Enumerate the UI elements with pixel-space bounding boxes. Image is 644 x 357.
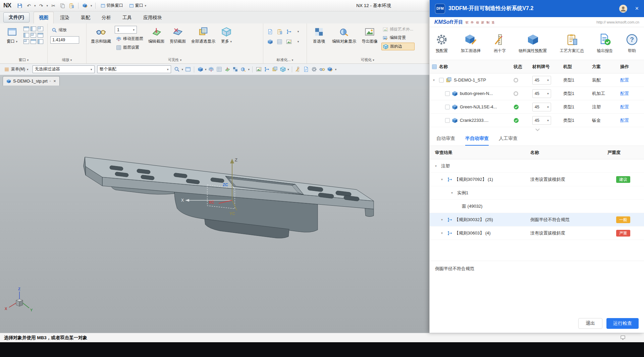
material-property-preconfig-button[interactable]: 物料属性预配置 <box>519 34 547 54</box>
row-checkbox[interactable] <box>445 91 450 96</box>
tool-icon[interactable] <box>197 66 204 73</box>
cut-icon[interactable]: ✂ <box>50 2 57 9</box>
copy-icon[interactable] <box>59 2 66 9</box>
configure-link[interactable]: 配置 <box>620 77 629 83</box>
panel-toggle-icon[interactable] <box>620 335 626 341</box>
tab-assembly[interactable]: 装配 <box>76 12 95 23</box>
table-collapse-handle[interactable] <box>430 127 644 132</box>
tool-icon[interactable] <box>240 66 247 73</box>
move-to-layer-button[interactable]: 移动至图层 <box>115 35 145 42</box>
row-checkbox[interactable] <box>439 78 444 83</box>
group-label-zoom[interactable]: 缩放 ▾ <box>48 57 86 62</box>
clip-section-button[interactable]: 剪切截面 <box>168 25 187 46</box>
part-row[interactable]: Green-NJL1SE-4... 45▾ 类型1 注塑 配置 <box>430 100 644 114</box>
undo-icon[interactable]: ↶ <box>25 2 33 9</box>
material-select[interactable]: 45▾ <box>532 103 551 111</box>
layer-settings-button[interactable]: 图层设置 <box>115 44 145 51</box>
expander-icon[interactable]: ▾ <box>433 78 437 82</box>
tab-auto-review[interactable]: 自动审查 <box>436 132 455 146</box>
tab-semi-auto-review[interactable]: 半自动审查 <box>465 132 489 146</box>
tool-icon[interactable] <box>263 66 270 73</box>
result-row[interactable]: ▾ 注塑 <box>430 159 644 173</box>
window-layout-icon[interactable] <box>31 33 36 38</box>
draw-cross-button[interactable]: 画十字 <box>494 34 506 54</box>
document-tab[interactable]: S-DEMO-1_stp.prt ▫ × <box>3 76 60 86</box>
configure-link[interactable]: 配置 <box>620 104 629 110</box>
menu-file[interactable]: 文件(F) <box>3 12 30 22</box>
caret-down-icon[interactable]: ▾ <box>298 40 299 43</box>
caret-down-icon[interactable]: ▾ <box>182 68 183 71</box>
tab-analysis[interactable]: 分析 <box>97 12 116 23</box>
standardize-icon[interactable] <box>285 28 292 35</box>
help-button[interactable]: 帮助 <box>626 34 638 54</box>
expander-icon[interactable]: ▾ <box>441 218 445 221</box>
tool-icon[interactable] <box>216 66 223 73</box>
cad-model[interactable]: X Z ZC XC YC Z X Y <box>0 86 429 333</box>
result-row-selected[interactable]: ▾ 【规则30032】 (25) 倒圆半径不符合规范 一般 <box>430 213 644 226</box>
group-label-window[interactable]: 窗口 ▾ <box>0 57 47 62</box>
row-checkbox[interactable] <box>445 105 450 109</box>
result-row[interactable]: ▾ 实例1 <box>430 186 644 200</box>
configure-link[interactable]: 配置 <box>620 91 629 97</box>
expander-icon[interactable]: ▾ <box>435 164 439 168</box>
standardize-icon[interactable] <box>276 28 283 35</box>
row-checkbox[interactable] <box>445 118 450 123</box>
tool-icon[interactable] <box>279 66 286 73</box>
redo-icon[interactable]: ↷ <box>38 2 45 9</box>
tool-icon[interactable] <box>224 66 231 73</box>
result-row[interactable]: 面 (49032) <box>430 200 644 213</box>
more-button[interactable]: 更多 ▾ <box>219 25 234 46</box>
tool-icon[interactable] <box>327 66 334 73</box>
tool-icon[interactable] <box>295 66 302 73</box>
preferences-button[interactable]: 首选项 <box>310 25 328 46</box>
caret-down-icon[interactable]: ▾ <box>205 68 207 71</box>
expander-icon[interactable]: ▾ <box>441 231 445 235</box>
standardize-icon[interactable] <box>267 38 273 45</box>
group-label-standardize[interactable]: 标准化... ▾ <box>263 57 307 62</box>
material-select[interactable]: 45▾ <box>532 76 551 85</box>
collapse-all-icon[interactable] <box>432 64 437 69</box>
selection-scope-combo[interactable]: 整个装配▾ <box>97 65 171 73</box>
tool-icon[interactable] <box>208 66 215 73</box>
standardize-icon[interactable] <box>285 38 292 45</box>
layer-combo[interactable]: 1▾ <box>115 26 137 34</box>
result-row[interactable]: ▾ 【规则30603】 (4) 没有设置拔模斜度 严重 <box>430 226 644 240</box>
process-plan-summary-button[interactable]: 工艺方案汇总 <box>560 34 584 54</box>
caret-down-icon[interactable]: ▾ <box>335 68 337 71</box>
save-icon[interactable] <box>16 2 23 9</box>
tool-icon[interactable] <box>303 66 310 73</box>
show-hide-button[interactable]: 显示和隐藏 <box>89 25 113 46</box>
standardize-icon[interactable] <box>267 28 273 35</box>
window-layout-icon[interactable] <box>38 27 43 31</box>
tab-tools[interactable]: 工具 <box>117 12 137 23</box>
window-layout-icon[interactable] <box>23 39 29 44</box>
export-image-button[interactable]: 导出图像 <box>360 25 379 46</box>
machining-face-select-button[interactable]: 加工面选择 <box>461 34 481 54</box>
edit-background-button[interactable]: 编辑背景 <box>381 34 415 41</box>
view-triad[interactable]: Z X Y <box>5 287 33 312</box>
tab-float-icon[interactable]: ▫ <box>50 79 51 83</box>
material-select[interactable]: 45▾ <box>532 89 551 98</box>
standardize-icon[interactable] <box>276 38 283 45</box>
expander-icon[interactable]: ▾ <box>451 191 455 195</box>
exit-button[interactable]: 退出 <box>578 318 602 329</box>
configure-link[interactable]: 配置 <box>620 117 629 123</box>
result-row[interactable]: ▾ 【规则307092】 (1) 没有设置拔模斜度 建议 <box>430 173 644 186</box>
zoom-button[interactable]: 缩放 <box>50 27 79 34</box>
tool-icon[interactable] <box>271 66 278 73</box>
tab-view[interactable]: 视图 <box>34 12 54 23</box>
show-all-transparent-button[interactable]: 全部通透显示 <box>190 25 217 46</box>
edit-section-button[interactable]: 编辑截面 <box>147 25 166 46</box>
tool-icon[interactable] <box>255 66 262 73</box>
snap-point-icon[interactable] <box>174 66 180 73</box>
caret-down-icon[interactable]: ▾ <box>248 68 250 71</box>
sketch-icon[interactable] <box>82 2 89 9</box>
expander-icon[interactable]: ▾ <box>441 177 445 181</box>
window-button[interactable]: 窗口 ▾ <box>3 25 21 46</box>
tool-icon[interactable] <box>232 66 239 73</box>
user-avatar[interactable] <box>619 4 628 13</box>
group-label-visibility[interactable]: 可见性 ▾ <box>87 57 263 62</box>
window-layout-icon[interactable] <box>38 33 43 38</box>
window-menu-button[interactable]: 窗口 ▾ <box>127 2 149 9</box>
paste-icon[interactable] <box>68 2 75 9</box>
